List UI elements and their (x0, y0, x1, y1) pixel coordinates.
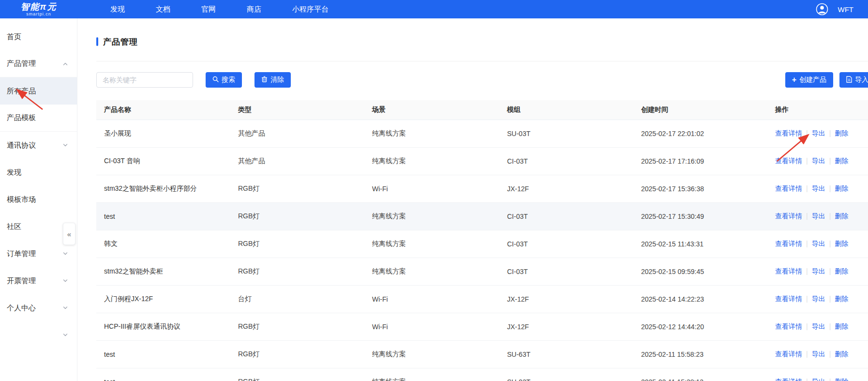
delete-link[interactable]: 删除 (835, 157, 848, 165)
cell-type: RGB灯 (230, 313, 364, 340)
delete-link[interactable]: 删除 (835, 267, 848, 275)
sidebar-item-discover[interactable]: 发现 (0, 159, 77, 186)
export-link[interactable]: 导出 (812, 129, 825, 137)
action-separator: | (806, 212, 808, 220)
delete-link[interactable]: 删除 (835, 322, 848, 330)
delete-link[interactable]: 删除 (835, 212, 848, 220)
clear-button[interactable]: 清除 (254, 72, 291, 88)
export-link[interactable]: 导出 (812, 267, 825, 275)
cell-module: JX-12F (499, 285, 633, 313)
column-header: 创建时间 (633, 100, 767, 120)
export-link[interactable]: 导出 (812, 157, 825, 165)
cell-module: CI-03T (499, 258, 633, 285)
cell-created-time: 2025-02-12 14:44:20 (633, 313, 767, 340)
table-row: CI-03T 音响其他产品纯离线方案CI-03T2025-02-17 17:16… (96, 147, 868, 175)
sidebar-item-label: 产品管理 (7, 59, 62, 68)
action-separator: | (806, 184, 808, 192)
search-button-label: 搜索 (222, 76, 235, 84)
view-details-link[interactable]: 查看详情 (775, 295, 802, 303)
import-product-button[interactable]: 导入产品 (839, 72, 868, 88)
export-link[interactable]: 导出 (812, 295, 825, 303)
sidebar-item-home[interactable]: 首页 (0, 23, 77, 50)
action-separator: | (806, 295, 808, 303)
sidebar-item-label: 产品模板 (7, 113, 68, 122)
delete-link[interactable]: 删除 (835, 129, 848, 137)
cell-actions: 查看详情|导出|删除 (767, 120, 868, 147)
sidebar-item-personal-center[interactable]: 个人中心 (0, 294, 77, 321)
column-header: 操作 (767, 100, 868, 120)
user-avatar-icon[interactable] (816, 3, 828, 15)
title-accent-bar (96, 37, 98, 46)
app-logo[interactable]: 智能π元 smartpi.cn (0, 0, 77, 18)
cell-actions: 查看详情|导出|删除 (767, 368, 868, 381)
view-details-link[interactable]: 查看详情 (775, 184, 802, 192)
username[interactable]: WFT (838, 5, 853, 14)
create-product-button[interactable]: + 创建产品 (785, 72, 833, 88)
table-row: stm32之智能外卖柜小程序部分RGB灯Wi-FiJX-12F2025-02-1… (96, 175, 868, 202)
collapse-icon: « (67, 230, 71, 238)
action-separator: | (806, 378, 808, 381)
export-link[interactable]: 导出 (812, 240, 825, 247)
sidebar-item-invoice-management[interactable]: 开票管理 (0, 267, 77, 294)
action-separator: | (806, 350, 808, 358)
logo-subtitle: smartpi.cn (26, 12, 51, 16)
sidebar-item-communication-protocol[interactable]: 通讯协议 (0, 132, 77, 159)
export-link[interactable]: 导出 (812, 322, 825, 330)
sidebar-item-all-products[interactable]: 所有产品 (0, 77, 77, 105)
delete-link[interactable]: 删除 (835, 295, 848, 303)
top-nav-item-discover[interactable]: 发现 (110, 5, 125, 14)
action-separator: | (829, 295, 831, 303)
export-link[interactable]: 导出 (812, 184, 825, 192)
action-separator: | (829, 322, 831, 330)
cell-scene: 纯离线方案 (364, 258, 499, 285)
view-details-link[interactable]: 查看详情 (775, 378, 802, 381)
top-nav-item-store[interactable]: 商店 (247, 5, 261, 14)
cell-scene: 纯离线方案 (364, 340, 499, 368)
view-details-link[interactable]: 查看详情 (775, 350, 802, 358)
top-nav-item-official-site[interactable]: 官网 (201, 5, 216, 14)
chevron-up-icon (62, 61, 68, 67)
chevron-down-icon (62, 278, 68, 284)
chevron-down-icon (62, 251, 68, 257)
cell-type: RGB灯 (230, 368, 364, 381)
top-nav-item-docs[interactable]: 文档 (156, 5, 170, 14)
export-link[interactable]: 导出 (812, 378, 825, 381)
action-separator: | (829, 350, 831, 358)
sidebar-item-more[interactable] (0, 321, 77, 349)
export-link[interactable]: 导出 (812, 350, 825, 358)
sidebar-item-template-market[interactable]: 模板市场 (0, 186, 77, 213)
cell-type: RGB灯 (230, 230, 364, 258)
cell-created-time: 2025-02-11 15:58:23 (633, 340, 767, 368)
view-details-link[interactable]: 查看详情 (775, 322, 802, 330)
top-nav-item-miniprogram-platform[interactable]: 小程序平台 (292, 5, 329, 14)
view-details-link[interactable]: 查看详情 (775, 212, 802, 220)
products-table-wrap: 产品名称类型场景模组创建时间操作 圣小展现其他产品纯离线方案SU-03T2025… (96, 100, 868, 381)
sidebar-item-label: 所有产品 (7, 87, 68, 96)
action-separator: | (829, 240, 831, 247)
search-button[interactable]: 搜索 (206, 72, 242, 88)
view-details-link[interactable]: 查看详情 (775, 267, 802, 275)
sidebar-item-product-templates[interactable]: 产品模板 (0, 105, 77, 132)
cell-module: JX-12F (499, 313, 633, 340)
sidebar-item-product-management[interactable]: 产品管理 (0, 50, 77, 77)
search-input[interactable] (96, 72, 193, 88)
cell-scene: Wi-Fi (364, 175, 499, 202)
trash-icon (261, 76, 268, 84)
export-link[interactable]: 导出 (812, 212, 825, 220)
cell-module: JX-12F (499, 175, 633, 202)
cell-product-name: 韩文 (96, 230, 230, 258)
delete-link[interactable]: 删除 (835, 350, 848, 358)
main-content: 产品管理 搜索 清除 (77, 18, 868, 381)
view-details-link[interactable]: 查看详情 (775, 157, 802, 165)
view-details-link[interactable]: 查看详情 (775, 129, 802, 137)
sidebar-collapse-button[interactable]: « (63, 223, 75, 245)
delete-link[interactable]: 删除 (835, 240, 848, 247)
cell-type: 台灯 (230, 285, 364, 313)
delete-link[interactable]: 删除 (835, 378, 848, 381)
cell-created-time: 2025-02-14 14:22:23 (633, 285, 767, 313)
cell-actions: 查看详情|导出|删除 (767, 258, 868, 285)
cell-created-time: 2025-02-11 15:38:13 (633, 368, 767, 381)
view-details-link[interactable]: 查看详情 (775, 240, 802, 247)
delete-link[interactable]: 删除 (835, 184, 848, 192)
cell-type: 其他产品 (230, 120, 364, 147)
